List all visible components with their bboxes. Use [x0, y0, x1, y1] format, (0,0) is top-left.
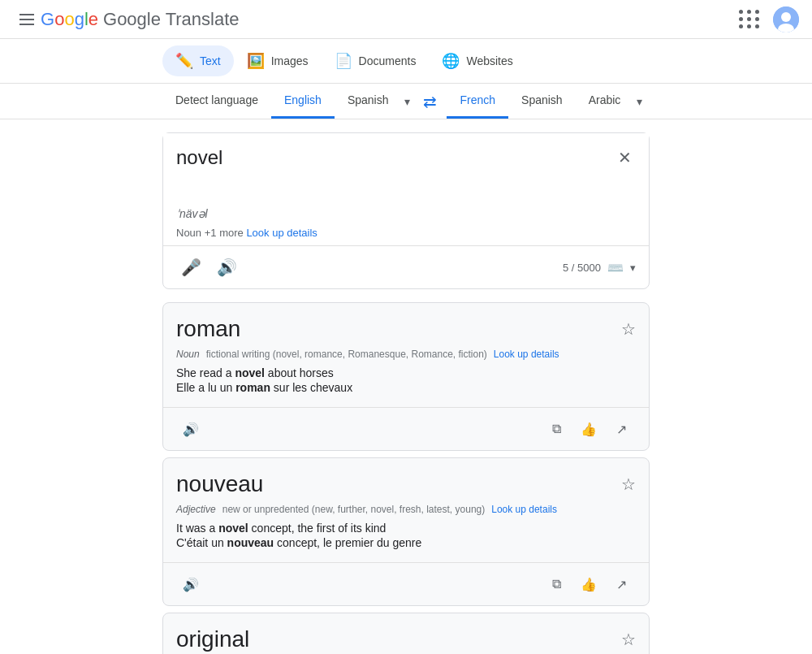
- more-options-icon[interactable]: ▾: [630, 262, 636, 274]
- source-more: +1 more: [205, 227, 244, 239]
- source-input[interactable]: novel: [163, 133, 649, 205]
- feedback-button-nouveau[interactable]: 👍: [574, 570, 603, 599]
- pos-synonyms-roman: fictional writing (novel, romance, Roman…: [206, 349, 487, 360]
- documents-icon: 📄: [335, 52, 352, 70]
- card-body-nouveau: Adjective new or unpredented (new, furth…: [163, 504, 649, 556]
- card-pos-nouveau: Adjective new or unpredented (new, furth…: [176, 504, 636, 515]
- source-lookup-link[interactable]: Look up details: [246, 227, 317, 239]
- audio-button-nouveau[interactable]: 🔊: [176, 570, 205, 599]
- clear-button[interactable]: ✕: [610, 143, 639, 172]
- feedback-button-roman[interactable]: 👍: [574, 414, 603, 444]
- tab-websites[interactable]: 🌐 Websites: [429, 45, 525, 76]
- pos-synonyms-nouveau: new or unpredented (new, further, novel,…: [222, 504, 486, 515]
- card-word-original: original: [176, 626, 249, 652]
- tab-websites-label: Websites: [466, 54, 512, 67]
- target-languages: French Spanish Arabic ▾: [447, 84, 646, 119]
- language-bar: Detect language English Spanish ▾ ⇄ Fren…: [0, 84, 812, 119]
- card-word-nouveau: nouveau: [176, 471, 263, 497]
- menu-button[interactable]: [13, 7, 41, 32]
- share-button-roman[interactable]: ↗: [607, 414, 636, 444]
- lang-spanish-src[interactable]: Spanish: [335, 84, 402, 119]
- card-header-nouveau: nouveau ☆: [163, 458, 649, 504]
- tab-images-label: Images: [271, 54, 309, 67]
- lookup-link-nouveau[interactable]: Look up details: [491, 504, 557, 515]
- card-actions-nouveau: ⧉ 👍 ↗: [542, 570, 636, 599]
- lang-detect[interactable]: Detect language: [162, 84, 271, 119]
- card-header-roman: roman ☆: [163, 303, 649, 349]
- copy-button-roman[interactable]: ⧉: [542, 414, 571, 444]
- translation-card-roman: roman ☆ Noun fictional writing (novel, r…: [162, 302, 650, 451]
- logo-text: Google Translate: [103, 9, 240, 30]
- source-languages: Detect language English Spanish ▾: [162, 84, 413, 119]
- pos-label-nouveau: Adjective: [176, 504, 216, 515]
- source-detail: Noun +1 more Look up details: [163, 223, 649, 245]
- lang-french[interactable]: French: [447, 84, 508, 119]
- translation-card-nouveau: nouveau ☆ Adjective new or unpredented (…: [162, 457, 650, 606]
- example-fr-roman: Elle a lu un roman sur les chevaux: [176, 381, 636, 394]
- more-source-languages[interactable]: ▾: [401, 85, 413, 118]
- avatar[interactable]: [773, 6, 799, 32]
- tab-documents[interactable]: 📄 Documents: [322, 45, 430, 76]
- lookup-link-roman[interactable]: Look up details: [494, 349, 559, 360]
- header: Google Google Translate: [0, 0, 812, 39]
- char-count: 5 / 5000: [563, 262, 601, 274]
- source-footer: 🎤 🔊 5 / 5000 ⌨️ ▾: [163, 245, 649, 288]
- images-icon: 🖼️: [247, 52, 265, 70]
- translation-card-original: original ☆ Adjective unique quality (ori…: [162, 613, 650, 654]
- source-pos: Noun: [176, 227, 201, 239]
- card-audio-nouveau: 🔊: [176, 570, 205, 599]
- copy-button-nouveau[interactable]: ⧉: [542, 570, 571, 599]
- keyboard-icon[interactable]: ⌨️: [607, 260, 624, 275]
- main-content: ✕ novel ˈnävəl Noun +1 more Look up deta…: [81, 119, 731, 654]
- card-header-original: original ☆: [163, 613, 649, 654]
- star-button-original[interactable]: ☆: [621, 630, 636, 649]
- logo[interactable]: Google Google Translate: [41, 9, 240, 30]
- nav-tabs: ✏️ Text 🖼️ Images 📄 Documents 🌐 Websites: [0, 39, 812, 84]
- source-footer-right: 5 / 5000 ⌨️ ▾: [563, 260, 636, 275]
- example-en-nouveau: It was a novel concept, the first of its…: [176, 522, 636, 535]
- source-phonetic: ˈnävəl: [163, 207, 649, 223]
- websites-icon: 🌐: [442, 52, 460, 70]
- source-box: ✕ novel ˈnävəl Noun +1 more Look up deta…: [162, 132, 650, 289]
- example-en-roman: She read a novel about horses: [176, 366, 636, 379]
- card-pos-roman: Noun fictional writing (novel, romance, …: [176, 349, 636, 360]
- card-body-roman: Noun fictional writing (novel, romance, …: [163, 349, 649, 401]
- card-word-roman: roman: [176, 316, 240, 342]
- microphone-button[interactable]: 🎤: [176, 253, 205, 282]
- speaker-button[interactable]: 🔊: [212, 253, 241, 282]
- tab-images[interactable]: 🖼️ Images: [234, 45, 322, 76]
- lang-english[interactable]: English: [271, 84, 335, 119]
- share-button-nouveau[interactable]: ↗: [607, 570, 636, 599]
- text-icon: ✏️: [175, 52, 193, 70]
- svg-point-1: [781, 12, 791, 22]
- header-right: [736, 6, 799, 32]
- tab-text-label: Text: [200, 54, 221, 67]
- tab-text[interactable]: ✏️ Text: [162, 45, 234, 76]
- swap-languages-button[interactable]: ⇄: [413, 85, 447, 118]
- source-audio-controls: 🎤 🔊: [176, 253, 241, 282]
- card-footer-roman: 🔊 ⧉ 👍 ↗: [163, 407, 649, 450]
- card-actions-roman: ⧉ 👍 ↗: [542, 414, 636, 444]
- lang-arabic[interactable]: Arabic: [576, 84, 634, 119]
- pos-label-roman: Noun: [176, 349, 200, 360]
- audio-button-roman[interactable]: 🔊: [176, 414, 205, 444]
- tab-documents-label: Documents: [359, 54, 417, 67]
- apps-button[interactable]: [736, 6, 763, 32]
- example-fr-nouveau: C'était un nouveau concept, le premier d…: [176, 536, 636, 549]
- card-audio-roman: 🔊: [176, 414, 205, 444]
- star-button-nouveau[interactable]: ☆: [621, 474, 636, 494]
- card-footer-nouveau: 🔊 ⧉ 👍 ↗: [163, 562, 649, 605]
- lang-spanish-tgt[interactable]: Spanish: [508, 84, 576, 119]
- more-target-languages[interactable]: ▾: [633, 85, 646, 118]
- star-button-roman[interactable]: ☆: [621, 319, 636, 339]
